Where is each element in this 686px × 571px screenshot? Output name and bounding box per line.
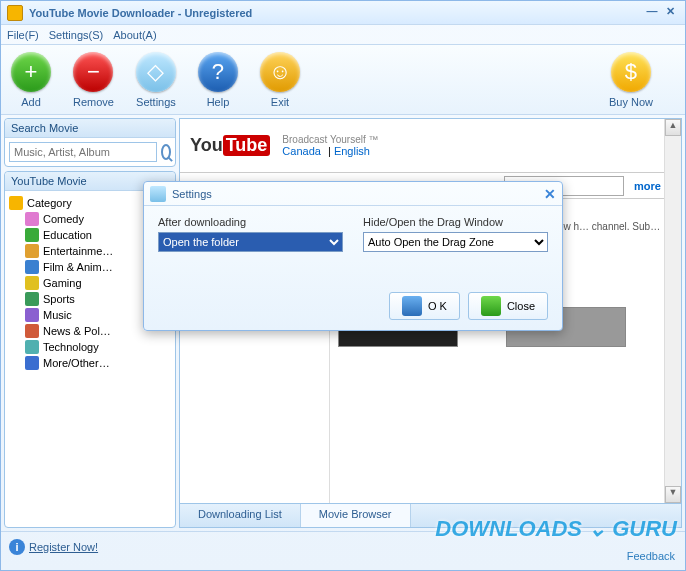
- minimize-button[interactable]: —: [643, 5, 661, 21]
- drag-window-select[interactable]: Auto Open the Drag Zone: [363, 232, 548, 252]
- drag-window-label: Hide/Open the Drag Window: [363, 216, 548, 228]
- yt-lang-link[interactable]: English: [334, 145, 370, 157]
- window-title: YouTube Movie Downloader - Unregistered: [29, 7, 643, 19]
- close-button[interactable]: ✕: [661, 5, 679, 21]
- category-icon: [25, 260, 39, 274]
- search-icon[interactable]: [161, 144, 171, 160]
- info-icon: i: [9, 539, 25, 555]
- search-input[interactable]: [9, 142, 157, 162]
- close-button[interactable]: Close: [468, 292, 548, 320]
- dollar-icon: $: [611, 52, 651, 92]
- category-icon: [25, 276, 39, 290]
- yt-tagline: Broadcast Yourself ™: [282, 134, 378, 145]
- tab-movie-browser[interactable]: Movie Browser: [301, 504, 411, 527]
- menubar: File(F) Settings(S) About(A): [1, 25, 685, 45]
- watermark: DOWNLOADS ⌄ GURU: [435, 516, 677, 542]
- scroll-down-icon[interactable]: ▼: [665, 486, 681, 503]
- settings-dialog: Settings ✕ After downloading Open the fo…: [143, 181, 563, 331]
- vertical-scrollbar[interactable]: ▲ ▼: [664, 119, 681, 503]
- menu-file[interactable]: File(F): [7, 29, 39, 41]
- search-panel: Search Movie: [4, 118, 176, 167]
- arrow-icon: [481, 296, 501, 316]
- buy-now-button[interactable]: $Buy Now: [609, 52, 653, 108]
- settings-button[interactable]: ◇Settings: [136, 52, 176, 108]
- minus-icon: −: [73, 52, 113, 92]
- cube-icon: ◇: [136, 52, 176, 92]
- category-icon: [25, 292, 39, 306]
- folder-icon: [9, 196, 23, 210]
- tree-item[interactable]: Technology: [7, 339, 173, 355]
- register-link[interactable]: Register Now!: [29, 541, 98, 553]
- toolbar: +Add −Remove ◇Settings ?Help ☺Exit $Buy …: [1, 45, 685, 115]
- after-download-label: After downloading: [158, 216, 343, 228]
- app-window: YouTube Movie Downloader - Unregistered …: [0, 0, 686, 571]
- add-button[interactable]: +Add: [11, 52, 51, 108]
- yt-country-link[interactable]: Canada: [282, 145, 321, 157]
- dialog-close-icon[interactable]: ✕: [544, 186, 556, 202]
- feedback-link[interactable]: Feedback: [627, 550, 675, 562]
- save-icon: [402, 296, 422, 316]
- after-download-select[interactable]: Open the folder: [158, 232, 343, 252]
- tree-item[interactable]: More/Other…: [7, 355, 173, 371]
- category-icon: [25, 244, 39, 258]
- category-icon: [25, 212, 39, 226]
- category-icon: [25, 356, 39, 370]
- scroll-up-icon[interactable]: ▲: [665, 119, 681, 136]
- ok-button[interactable]: O K: [389, 292, 460, 320]
- settings-icon: [150, 186, 166, 202]
- category-icon: [25, 308, 39, 322]
- youtube-logo[interactable]: YouTube: [190, 135, 270, 156]
- person-icon: ☺: [260, 52, 300, 92]
- tab-downloading[interactable]: Downloading List: [180, 504, 301, 527]
- menu-about[interactable]: About(A): [113, 29, 156, 41]
- category-icon: [25, 324, 39, 338]
- question-icon: ?: [198, 52, 238, 92]
- remove-button[interactable]: −Remove: [73, 52, 114, 108]
- category-icon: [25, 340, 39, 354]
- plus-icon: +: [11, 52, 51, 92]
- yt-header: YouTube Broadcast Yourself ™ Canada | En…: [180, 119, 681, 173]
- dialog-title: Settings: [172, 188, 544, 200]
- titlebar: YouTube Movie Downloader - Unregistered …: [1, 1, 685, 25]
- help-button[interactable]: ?Help: [198, 52, 238, 108]
- menu-settings[interactable]: Settings(S): [49, 29, 103, 41]
- search-panel-title: Search Movie: [5, 119, 175, 138]
- exit-button[interactable]: ☺Exit: [260, 52, 300, 108]
- category-icon: [25, 228, 39, 242]
- app-icon: [7, 5, 23, 21]
